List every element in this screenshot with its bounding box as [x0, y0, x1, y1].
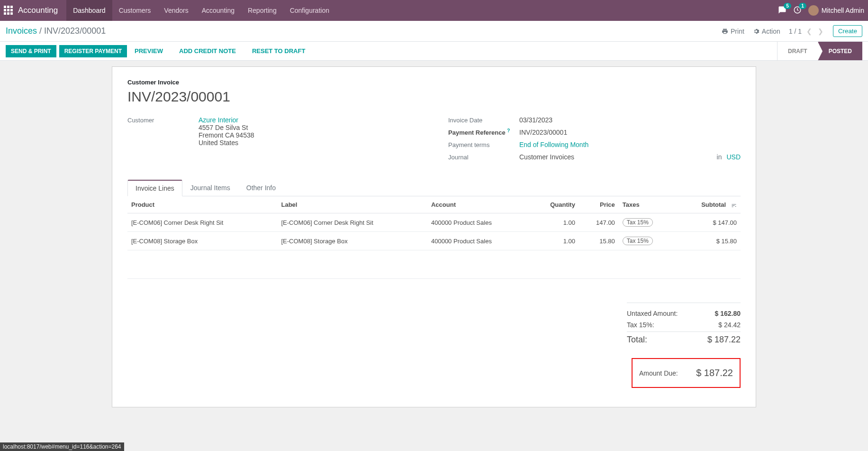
cell-price: 15.80 [579, 232, 619, 250]
invoice-date-label: Invoice Date [448, 117, 519, 124]
nav-right: 5 1 Mitchell Admin [778, 5, 864, 16]
cell-label: [E-COM06] Corner Desk Right Sit [277, 213, 427, 232]
nav-item-configuration[interactable]: Configuration [283, 0, 336, 21]
table-row[interactable]: [E-COM08] Storage Box [E-COM08] Storage … [127, 232, 741, 250]
col-right: Invoice Date 03/31/2023 Payment Referenc… [448, 116, 741, 166]
doc-title: INV/2023/00001 [127, 89, 741, 105]
cell-tax: Tax 15% [619, 232, 676, 250]
table-header-row: Product Label Account Quantity Price Tax… [127, 196, 741, 213]
top-nav: Accounting Dashboard Customers Vendors A… [0, 0, 868, 21]
reset-draft-button[interactable]: RESET TO DRAFT [247, 45, 310, 57]
send-print-button[interactable]: SEND & PRINT [6, 45, 56, 57]
cell-account: 400000 Product Sales [427, 213, 530, 232]
columns-settings-icon[interactable] [731, 202, 737, 208]
total-value: $ 187.22 [707, 335, 741, 345]
addr-line-1: 4557 De Silva St [199, 124, 248, 131]
tab-journal-items[interactable]: Journal Items [182, 180, 238, 196]
payref-value: INV/2023/00001 [519, 129, 741, 136]
status-draft[interactable]: DRAFT [777, 42, 818, 60]
credit-note-button[interactable]: ADD CREDIT NOTE [174, 45, 241, 57]
journal-label: Journal [448, 154, 519, 161]
sheet-container: Customer Invoice INV/2023/00001 Customer… [0, 61, 868, 426]
brand: Accounting [18, 6, 58, 15]
lines-table: Product Label Account Quantity Price Tax… [127, 196, 741, 250]
th-taxes: Taxes [619, 196, 676, 213]
table-row[interactable]: [E-COM06] Corner Desk Right Sit [E-COM06… [127, 213, 741, 232]
addr-line-2: Fremont CA 94538 [199, 131, 254, 139]
th-product: Product [127, 196, 277, 213]
pager-next[interactable]: ❯ [817, 27, 824, 36]
sheet: Customer Invoice INV/2023/00001 Customer… [112, 66, 756, 407]
cell-subtotal: $ 147.00 [676, 213, 741, 232]
th-subtotal: Subtotal [676, 196, 741, 213]
apps-icon[interactable] [4, 6, 13, 15]
cell-product: [E-COM06] Corner Desk Right Sit [127, 213, 277, 232]
create-button[interactable]: Create [833, 25, 862, 37]
avatar [808, 5, 819, 16]
th-account: Account [427, 196, 530, 213]
col-left: Customer Azure Interior 4557 De Silva St… [127, 116, 420, 166]
status-bar: SEND & PRINT REGISTER PAYMENT PREVIEW AD… [0, 42, 868, 61]
customer-link[interactable]: Azure Interior [199, 116, 238, 124]
th-price: Price [579, 196, 619, 213]
messages-icon[interactable]: 5 [778, 6, 787, 16]
activities-icon[interactable]: 1 [793, 6, 802, 16]
th-label: Label [277, 196, 427, 213]
pager-value: 1 / 1 [789, 28, 802, 35]
nav-menu: Dashboard Customers Vendors Accounting R… [66, 0, 336, 21]
cell-tax: Tax 15% [619, 213, 676, 232]
payterms-label: Payment terms [448, 141, 519, 148]
nav-item-vendors[interactable]: Vendors [157, 0, 195, 21]
customer-label: Customer [127, 117, 199, 124]
tabs: Invoice Lines Journal Items Other Info [127, 180, 741, 196]
user-menu[interactable]: Mitchell Admin [808, 5, 864, 16]
invoice-date: 03/31/2023 [519, 116, 741, 124]
status-flow: DRAFT POSTED [777, 42, 862, 60]
pager-prev[interactable]: ❮ [805, 27, 813, 36]
amount-due-value: $ 187.22 [696, 368, 733, 378]
user-name: Mitchell Admin [822, 7, 864, 14]
payref-label: Payment Reference ? [448, 129, 519, 136]
tab-invoice-lines[interactable]: Invoice Lines [127, 180, 182, 196]
breadcrumb-root[interactable]: Invoices [6, 26, 37, 36]
preview-button[interactable]: PREVIEW [130, 45, 168, 57]
cell-product: [E-COM08] Storage Box [127, 232, 277, 250]
nav-item-dashboard[interactable]: Dashboard [66, 0, 112, 21]
tax-label: Tax 15%: [627, 321, 654, 329]
cell-qty: 1.00 [530, 232, 579, 250]
nav-item-reporting[interactable]: Reporting [241, 0, 283, 21]
cell-price: 147.00 [579, 213, 619, 232]
print-button[interactable]: Print [722, 28, 744, 35]
messages-badge: 5 [784, 3, 791, 9]
in-label: in [717, 153, 722, 161]
nav-item-accounting[interactable]: Accounting [195, 0, 241, 21]
tax-value: $ 24.42 [718, 321, 741, 329]
breadcrumb: Invoices / INV/2023/00001 [6, 26, 106, 36]
totals: Untaxed Amount: $ 162.80 Tax 15%: $ 24.4… [127, 303, 741, 347]
amount-due-label: Amount Due: [639, 369, 678, 377]
payterms-value[interactable]: End of Following Month [519, 141, 588, 148]
breadcrumb-current: INV/2023/00001 [44, 26, 106, 36]
cell-label: [E-COM08] Storage Box [277, 232, 427, 250]
nav-item-customers[interactable]: Customers [112, 0, 158, 21]
cell-qty: 1.00 [530, 213, 579, 232]
help-icon[interactable]: ? [507, 128, 510, 133]
amount-due-box: Amount Due: $ 187.22 [632, 358, 741, 388]
action-button[interactable]: Action [753, 28, 780, 35]
control-bar: Invoices / INV/2023/00001 Print Action 1… [0, 21, 868, 42]
tab-other-info[interactable]: Other Info [238, 180, 284, 196]
doc-type: Customer Invoice [127, 79, 179, 86]
cell-account: 400000 Product Sales [427, 232, 530, 250]
journal-value: Customer Invoices [519, 153, 574, 161]
addr-line-3: United States [199, 139, 238, 147]
currency-value[interactable]: USD [726, 153, 741, 161]
register-payment-button[interactable]: REGISTER PAYMENT [59, 45, 127, 57]
total-label: Total: [627, 335, 647, 345]
pager: 1 / 1 ❮ ❯ [789, 27, 824, 36]
status-posted[interactable]: POSTED [818, 42, 862, 60]
untaxed-value: $ 162.80 [715, 310, 741, 317]
activities-badge: 1 [799, 3, 806, 9]
untaxed-label: Untaxed Amount: [627, 310, 678, 317]
cell-subtotal: $ 15.80 [676, 232, 741, 250]
th-qty: Quantity [530, 196, 579, 213]
